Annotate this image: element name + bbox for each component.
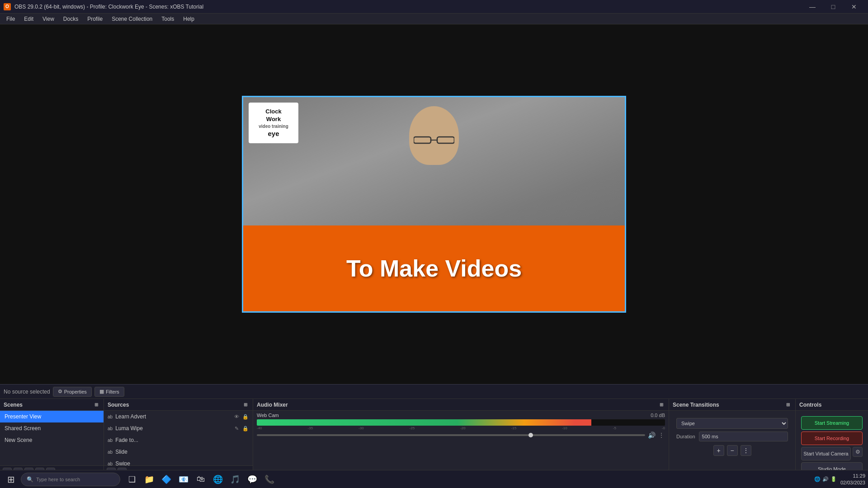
scene-label: Presenter View [5, 413, 41, 420]
source-lock-button[interactable]: 🔒 [242, 425, 249, 432]
taskbar-app-edge[interactable]: 🔷 [158, 471, 175, 488]
add-transition-button[interactable]: + [713, 445, 724, 456]
taskbar-app-browser[interactable]: 🌐 [210, 471, 226, 488]
taskbar-clock[interactable]: 11:29 02/03/2023 [840, 473, 865, 486]
source-visibility-button[interactable]: 👁 [233, 413, 240, 420]
start-virtual-camera-button[interactable]: Start Virtual Camera [801, 447, 851, 460]
scene-item-new-scene[interactable]: New Scene [0, 434, 104, 446]
close-button[interactable]: ✕ [844, 0, 864, 14]
taskbar-app-mail[interactable]: 📧 [175, 471, 192, 488]
taskbar-time-display: 11:29 [840, 473, 865, 479]
menu-scene-collection[interactable]: Scene Collection [107, 15, 157, 23]
transitions-title: Scene Transitions [673, 402, 719, 408]
audio-meter-labels: -40 -35 -30 -25 -20 -15 -10 -5 -0 [257, 426, 665, 430]
source-item-slide[interactable]: ab Slide [104, 446, 253, 458]
controls-panel: Controls Start Streaming Start Recording… [796, 399, 868, 478]
properties-button[interactable]: ⚙ Properties [53, 387, 92, 397]
menu-view[interactable]: View [38, 15, 59, 23]
preview-banner-top: Using OBS Studio [243, 311, 625, 313]
scene-item-shared-screen[interactable]: Shared Screen [0, 422, 104, 434]
audio-controls-row: 🔊 ⋮ [257, 432, 665, 439]
toolbar-row: No source selected ⚙ Properties ▦ Filter… [0, 385, 868, 399]
scenes-list: Presenter View Shared Screen New Scene [0, 411, 104, 465]
menu-file[interactable]: File [2, 15, 19, 23]
source-name: Slide [115, 449, 127, 455]
audio-title: Audio Mixer [257, 402, 288, 408]
start-button[interactable]: ⊞ [3, 471, 19, 488]
sources-panel: Sources ⊞ ab Learn Advert 👁 🔒 [104, 399, 253, 478]
scenes-header-icons: ⊞ [93, 401, 100, 408]
mute-button[interactable]: 🔊 [648, 432, 655, 439]
remove-transition-button[interactable]: − [727, 445, 738, 456]
menu-tools[interactable]: Tools [157, 15, 179, 23]
transitions-expand-icon[interactable]: ⊞ [784, 401, 792, 408]
source-lock-button[interactable]: 🔒 [242, 413, 249, 420]
source-item-learn-advert[interactable]: ab Learn Advert 👁 🔒 [104, 411, 253, 422]
virtual-camera-settings-button[interactable]: ⚙ [853, 447, 863, 457]
source-item-luma-wipe[interactable]: ab Luma Wipe ✎ 🔒 [104, 422, 253, 434]
menu-edit[interactable]: Edit [19, 15, 38, 23]
source-name: Learn Advert [115, 413, 146, 420]
preview-banner-bottom: To Make Videos [243, 225, 625, 311]
scene-label: Shared Screen [5, 425, 41, 432]
titlebar-left: O OBS 29.0.2 (64-bit, windows) - Profile… [4, 3, 203, 10]
audio-expand-icon[interactable]: ⊞ [658, 401, 665, 408]
minimize-button[interactable]: — [802, 0, 823, 14]
sources-expand-icon[interactable]: ⊞ [242, 401, 249, 408]
taskbar-search[interactable]: 🔍 Type here to search [21, 473, 120, 486]
scenes-panel: Scenes ⊞ Presenter View Shared Screen Ne… [0, 399, 104, 478]
transition-select[interactable]: Swipe Cut Fade Slide Stinger [676, 418, 788, 429]
scenes-expand-icon[interactable]: ⊞ [93, 401, 100, 408]
source-item-fade-to[interactable]: ab Fade to... [104, 434, 253, 446]
transitions-panel: Scene Transitions ⊞ Swipe Cut Fade Slide… [669, 399, 796, 478]
taskbar-app-store[interactable]: 🛍 [193, 471, 209, 488]
duration-label: Duration [676, 434, 695, 439]
sources-header: Sources ⊞ [104, 399, 253, 411]
menu-help[interactable]: Help [179, 15, 199, 23]
no-source-label: No source selected [4, 389, 50, 395]
duration-input[interactable] [699, 432, 788, 441]
taskbar-app-files[interactable]: 📁 [141, 471, 157, 488]
scenes-title: Scenes [4, 402, 23, 408]
source-type-icon: ab [108, 450, 113, 455]
audio-db-level: 0.0 dB [651, 413, 665, 418]
maximize-button[interactable]: □ [823, 0, 844, 14]
taskbar-app-skype[interactable]: 📞 [261, 471, 278, 488]
taskbar-app-chat[interactable]: 💬 [244, 471, 260, 488]
menu-profile[interactable]: Profile [83, 15, 107, 23]
taskbar-app-task-view[interactable]: ❑ [124, 471, 140, 488]
audio-panel: Audio Mixer ⊞ Web Cam 0.0 dB [253, 399, 669, 478]
volume-slider[interactable] [257, 434, 645, 436]
network-icon: 🌐 [814, 476, 821, 482]
taskbar: ⊞ 🔍 Type here to search ❑ 📁 🔷 📧 🛍 🌐 🎵 💬 … [0, 470, 868, 488]
scene-item-presenter-view[interactable]: Presenter View [0, 411, 104, 422]
volume-icon: 🔊 [822, 476, 829, 482]
audio-track-webcam: Web Cam 0.0 dB -40 -35 -30 -25 -20 [253, 411, 669, 441]
transition-options-button[interactable]: ⋮ [741, 445, 751, 456]
svg-rect-0 [414, 137, 431, 143]
source-edit-button[interactable]: ✎ [233, 425, 240, 432]
record-label: Start Recording [815, 436, 849, 441]
taskbar-app-music[interactable]: 🎵 [227, 471, 243, 488]
volume-thumb [528, 433, 533, 437]
start-streaming-button[interactable]: Start Streaming [801, 416, 863, 430]
audio-settings-button[interactable]: ⋮ [658, 432, 665, 439]
sources-title: Sources [108, 402, 129, 408]
preview-area: Clock Work video training eye Using OBS … [0, 24, 868, 384]
filter-icon: ▦ [99, 389, 104, 394]
stream-label: Start Streaming [815, 420, 849, 426]
menu-docks[interactable]: Docks [59, 15, 83, 23]
virtual-camera-row: Start Virtual Camera ⚙ [801, 447, 863, 460]
logo-text: Clock Work video training eye [259, 108, 288, 138]
controls-body: Start Streaming Start Recording Start Vi… [796, 411, 868, 478]
source-item-swipe[interactable]: ab Swipe [104, 458, 253, 465]
person-head [409, 106, 459, 165]
controls-header: Controls [796, 399, 868, 411]
controls-buttons: Start Streaming Start Recording Start Vi… [798, 413, 865, 478]
scenes-header: Scenes ⊞ [0, 399, 104, 411]
filters-button[interactable]: ▦ Filters [94, 387, 124, 397]
start-recording-button[interactable]: Start Recording [801, 432, 863, 445]
taskbar-date-display: 02/03/2023 [840, 479, 865, 486]
audio-meter-fill [257, 419, 591, 426]
gear-icon: ⚙ [58, 389, 62, 394]
